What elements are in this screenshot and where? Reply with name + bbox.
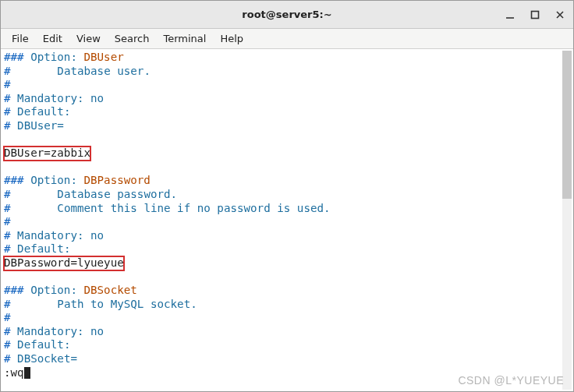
minimize-icon[interactable] bbox=[505, 9, 516, 20]
terminal-line: # Path to MySQL socket. bbox=[4, 298, 570, 312]
terminal-line: # Mandatory: no bbox=[4, 92, 570, 106]
terminal-line: # bbox=[4, 78, 570, 92]
terminal-line: # Comment this line if no password is us… bbox=[4, 202, 570, 216]
window-controls bbox=[505, 1, 565, 29]
menu-terminal[interactable]: Terminal bbox=[157, 30, 212, 47]
scrollbar-thumb[interactable] bbox=[562, 51, 572, 199]
terminal-line: # Database user. bbox=[4, 65, 570, 79]
terminal-line: ### Option: DBSocket bbox=[4, 284, 570, 298]
menu-help[interactable]: Help bbox=[214, 30, 250, 47]
terminal-line bbox=[4, 270, 570, 284]
terminal-line: # Default: bbox=[4, 105, 570, 119]
terminal-line: DBUser=zabbix bbox=[4, 147, 570, 161]
terminal-line bbox=[4, 161, 570, 175]
terminal-line: DBPassword=lyueyue bbox=[4, 256, 570, 270]
highlighted-assignment: DBPassword=lyueyue bbox=[4, 256, 124, 270]
terminal-line: # bbox=[4, 215, 570, 229]
terminal-line: ### Option: DBPassword bbox=[4, 174, 570, 188]
menu-edit[interactable]: Edit bbox=[37, 30, 69, 47]
close-icon[interactable] bbox=[555, 9, 565, 20]
svg-rect-1 bbox=[532, 12, 539, 19]
cursor-icon bbox=[24, 367, 30, 379]
terminal-area[interactable]: ### Option: DBUser# Database user.## Man… bbox=[1, 49, 573, 391]
menu-file[interactable]: File bbox=[5, 30, 35, 47]
terminal-line: # Mandatory: no bbox=[4, 229, 570, 243]
maximize-icon[interactable] bbox=[530, 9, 540, 20]
terminal-line: ### Option: DBUser bbox=[4, 51, 570, 65]
menubar: File Edit View Search Terminal Help bbox=[1, 29, 573, 49]
vim-command-line[interactable]: :wq bbox=[4, 366, 570, 380]
menu-search[interactable]: Search bbox=[108, 30, 156, 47]
terminal-line: # Default: bbox=[4, 338, 570, 352]
terminal-line: # DBUser= bbox=[4, 119, 570, 133]
titlebar: root@server5:~ bbox=[1, 1, 573, 29]
terminal-line: # Database password. bbox=[4, 188, 570, 202]
highlighted-assignment: DBUser=zabbix bbox=[4, 147, 90, 161]
window-title: root@server5:~ bbox=[242, 9, 331, 20]
terminal-line: # Default: bbox=[4, 242, 570, 256]
menu-view[interactable]: View bbox=[70, 30, 107, 47]
terminal-line bbox=[4, 133, 570, 147]
terminal-line: # bbox=[4, 311, 570, 325]
terminal-line: # Mandatory: no bbox=[4, 325, 570, 339]
terminal-line: # DBSocket= bbox=[4, 352, 570, 366]
